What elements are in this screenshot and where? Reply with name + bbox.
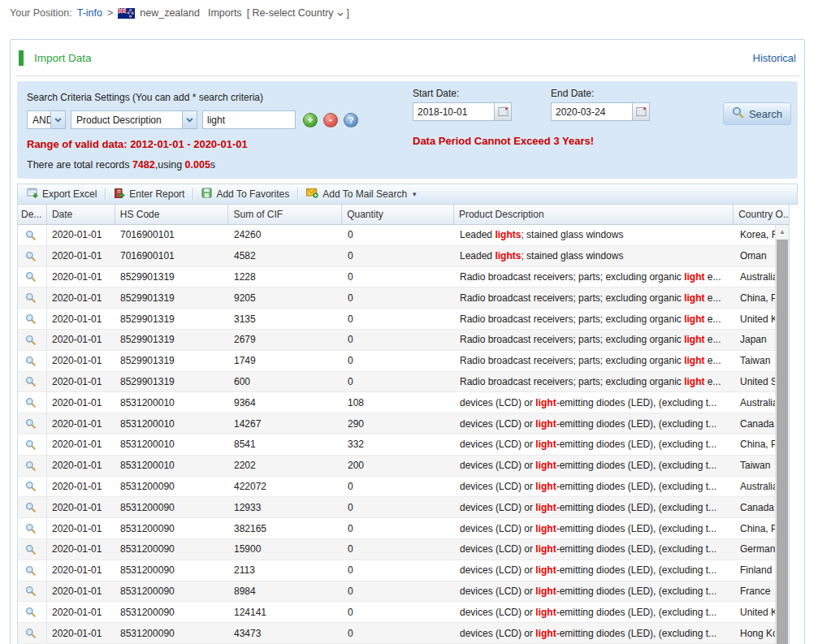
cell-date: 2020-01-01 [47, 628, 115, 639]
cell-description: devices (LCD) or light-emitting diodes (… [455, 439, 735, 450]
cell-description: devices (LCD) or light-emitting diodes (… [455, 397, 735, 408]
table-row[interactable]: 2020-01-01 8531200090 124141 0 devices (… [18, 602, 789, 623]
search-field-select[interactable]: Product Description [71, 110, 197, 129]
cell-hs-code: 8531200090 [115, 628, 229, 639]
detail-cell [18, 456, 47, 476]
table-row[interactable]: 2020-01-01 8531200010 8541 332 devices (… [18, 434, 789, 456]
view-detail-magnifier-icon[interactable] [25, 481, 36, 491]
view-detail-magnifier-icon[interactable] [25, 607, 36, 617]
enter-report-button[interactable]: Enter Report [107, 185, 191, 203]
column-header-description[interactable]: Product Description [454, 205, 734, 224]
cell-cif: 1228 [229, 271, 343, 283]
view-detail-magnifier-icon[interactable] [25, 356, 36, 366]
historical-link[interactable]: Historical [753, 52, 796, 64]
export-excel-button[interactable]: Export Excel [20, 185, 103, 203]
view-detail-magnifier-icon[interactable] [25, 251, 36, 261]
view-detail-magnifier-icon[interactable] [25, 292, 36, 303]
view-detail-magnifier-icon[interactable] [25, 502, 36, 512]
column-header-sum-of-cif[interactable]: Sum of CIF [228, 205, 342, 224]
search-button[interactable]: Search [723, 102, 791, 125]
table-row[interactable]: 2020-01-01 8529901319 1228 0 Radio broad… [18, 267, 789, 288]
view-detail-magnifier-icon[interactable] [25, 335, 36, 345]
view-detail-magnifier-icon[interactable] [25, 230, 36, 240]
remove-criteria-button[interactable]: - [323, 113, 338, 128]
t-info-link[interactable]: T-info [77, 7, 102, 19]
cell-hs-code: 8529901319 [115, 355, 229, 366]
help-button[interactable]: ? [344, 113, 358, 128]
table-row[interactable]: 2020-01-01 7016900101 4582 0 Leaded ligh… [18, 246, 789, 267]
calendar-icon[interactable] [494, 103, 511, 120]
reselect-country-control[interactable]: [ Re-select Country ] [247, 7, 349, 19]
table-row[interactable]: 2020-01-01 8531200010 14267 290 devices … [18, 413, 789, 434]
table-row[interactable]: 2020-01-01 8529901319 600 0 Radio broadc… [18, 372, 789, 393]
scrollbar-thumb[interactable] [777, 240, 788, 644]
mail-plus-icon [306, 188, 318, 201]
view-detail-magnifier-icon[interactable] [25, 565, 36, 576]
add-to-mail-search-button[interactable]: Add To Mail Search ▾ [300, 185, 422, 203]
cell-description: devices (LCD) or light-emitting diodes (… [455, 564, 735, 576]
table-row[interactable]: 2020-01-01 8531200090 15900 0 devices (L… [18, 539, 789, 560]
table-row[interactable]: 2020-01-01 8531200090 8984 0 devices (LC… [18, 581, 789, 603]
cell-country: United Kir [735, 313, 777, 325]
vertical-scrollbar[interactable]: ▲ [775, 225, 789, 644]
view-detail-magnifier-icon[interactable] [25, 271, 36, 282]
detail-cell [18, 351, 47, 371]
view-detail-magnifier-icon[interactable] [25, 523, 36, 534]
header-divider [15, 76, 799, 76]
cell-description: devices (LCD) or light-emitting diodes (… [455, 543, 735, 555]
table-row[interactable]: 2020-01-01 8529901319 3135 0 Radio broad… [18, 309, 789, 330]
view-detail-magnifier-icon[interactable] [25, 376, 36, 387]
cell-country: Australia [735, 397, 777, 408]
column-header-quantity[interactable]: Quantity [342, 205, 454, 224]
table-row[interactable]: 2020-01-01 7016900101 24260 0 Leaded lig… [18, 225, 789, 246]
chevron-down-icon [337, 7, 344, 19]
operator-select[interactable]: AND [27, 110, 66, 129]
view-detail-magnifier-icon[interactable] [25, 397, 36, 408]
keyword-highlight: light [535, 460, 556, 471]
enter-report-label: Enter Report [129, 188, 184, 200]
cell-country: Korea, Re [735, 229, 777, 240]
column-header-hs-code[interactable]: HS Code [115, 205, 229, 224]
detail-cell [18, 267, 47, 287]
view-detail-magnifier-icon[interactable] [25, 628, 36, 638]
results-grid: De... Date HS Code Sum of CIF Quantity P… [17, 205, 790, 644]
view-detail-magnifier-icon[interactable] [25, 586, 36, 596]
table-row[interactable]: 2020-01-01 8531200090 382165 0 devices (… [18, 518, 789, 539]
cell-cif: 422072 [229, 481, 343, 492]
keyword-highlight: lights [495, 250, 521, 261]
view-detail-magnifier-icon[interactable] [25, 313, 36, 324]
detail-cell [18, 392, 47, 413]
view-detail-magnifier-icon[interactable] [25, 544, 36, 555]
end-date-label: End Date: [551, 88, 650, 99]
table-row[interactable]: 2020-01-01 8531200090 12933 0 devices (L… [18, 497, 789, 518]
scroll-up-icon[interactable]: ▲ [776, 225, 789, 239]
view-detail-magnifier-icon[interactable] [25, 418, 36, 429]
keyword-input[interactable] [202, 110, 296, 129]
breadcrumb-prefix: Your Position: [10, 7, 72, 19]
end-date-input[interactable]: 2020-03-24 [551, 102, 650, 121]
start-date-group: Start Date: 2018-10-01 [413, 88, 512, 121]
keyword-highlight: light [535, 418, 556, 430]
table-row[interactable]: 2020-01-01 8531200090 422072 0 devices (… [18, 477, 789, 498]
column-header-detail[interactable]: De... [18, 205, 47, 224]
table-row[interactable]: 2020-01-01 8529901319 1749 0 Radio broad… [18, 351, 789, 372]
grid-toolbar: Export Excel Enter Report [17, 184, 798, 205]
view-detail-magnifier-icon[interactable] [25, 460, 36, 471]
table-row[interactable]: 2020-01-01 8531200010 2202 200 devices (… [18, 456, 789, 477]
add-criteria-button[interactable]: + [303, 113, 318, 128]
view-detail-magnifier-icon[interactable] [25, 439, 36, 450]
cell-cif: 2679 [229, 334, 343, 345]
table-row[interactable]: 2020-01-01 8531200090 43473 0 devices (L… [18, 623, 789, 644]
table-row[interactable]: 2020-01-01 8531200090 2113 0 devices (LC… [18, 560, 789, 581]
cell-description: Radio broadcast receivers; parts; exclud… [455, 376, 735, 387]
column-header-country[interactable]: Country O... [734, 205, 789, 224]
column-header-date[interactable]: Date [47, 205, 115, 224]
table-row[interactable]: 2020-01-01 8531200010 9364 108 devices (… [18, 392, 789, 413]
table-row[interactable]: 2020-01-01 8529901319 2679 0 Radio broad… [18, 330, 789, 351]
cell-cif: 1749 [229, 355, 343, 366]
start-date-input[interactable]: 2018-10-01 [413, 102, 512, 121]
cell-country: Germany [735, 543, 777, 555]
add-to-favorites-button[interactable]: Add To Favorites [195, 185, 296, 203]
calendar-icon[interactable] [632, 103, 649, 120]
table-row[interactable]: 2020-01-01 8529901319 9205 0 Radio broad… [18, 287, 789, 309]
